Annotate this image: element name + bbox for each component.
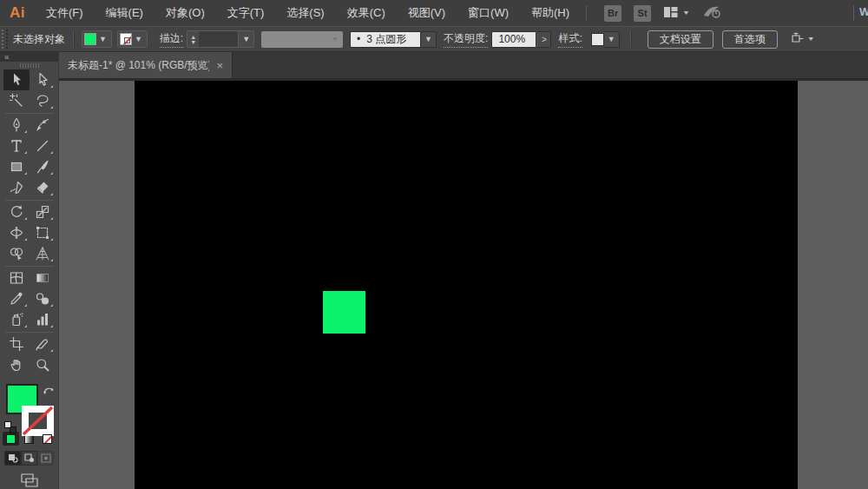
stroke-weight-label[interactable]: 描边: — [160, 31, 183, 48]
stock-button[interactable]: St — [634, 5, 651, 22]
perspective-grid-tool[interactable] — [30, 243, 56, 264]
stroke-color-swatch-none[interactable] — [22, 406, 54, 436]
stepper-up-icon[interactable]: ▲ — [190, 35, 196, 39]
control-bar: 未选择对象 ▼ ▼ 描边: ▲ ▼ ▼ ▼ • 3 点圆形 ▼ 不透明度: > — [0, 26, 868, 52]
menu-bar: Ai 文件(F) 编辑(E) 对象(O) 文字(T) 选择(S) 效果(C) 视… — [0, 0, 868, 26]
chevron-down-icon: ▼ — [96, 35, 109, 43]
tab-close-icon[interactable]: × — [216, 60, 223, 71]
draw-behind-button[interactable] — [21, 451, 37, 466]
draw-normal-button[interactable] — [4, 451, 21, 466]
artboard-tool[interactable] — [3, 334, 30, 354]
brush-definition-dropdown[interactable]: • 3 点圆形 — [350, 31, 421, 48]
menu-file[interactable]: 文件(F) — [35, 0, 95, 26]
lasso-tool[interactable] — [30, 90, 56, 111]
chevron-down-icon: ▼ — [132, 35, 145, 43]
divider — [73, 30, 74, 48]
fill-swatch[interactable] — [84, 33, 96, 45]
stepper-down-icon[interactable]: ▼ — [190, 40, 196, 44]
workspace-switcher[interactable]: ▼ — [663, 6, 690, 21]
scale-tool[interactable] — [30, 202, 56, 222]
fill-color-dropdown[interactable]: ▼ — [82, 30, 112, 48]
brush-definition-chevron[interactable]: ▼ — [421, 31, 437, 48]
menu-view[interactable]: 视图(V) — [397, 0, 457, 26]
menu-object[interactable]: 对象(O) — [155, 0, 216, 26]
width-tool[interactable] — [3, 222, 30, 243]
gradient-tool[interactable] — [30, 268, 56, 288]
selection-status: 未选择对象 — [13, 32, 65, 47]
tools-panel: « — [0, 52, 59, 489]
chevron-down-icon: ▼ — [807, 36, 815, 43]
opacity-field-wrap — [491, 31, 536, 48]
direct-selection-tool[interactable] — [30, 69, 56, 90]
bridge-button[interactable]: Br — [604, 5, 621, 22]
paintbrush-tool[interactable] — [30, 156, 56, 177]
menu-effect[interactable]: 效果(C) — [336, 0, 397, 26]
fill-stroke-control — [0, 382, 58, 428]
app-logo: Ai — [0, 4, 35, 22]
eyedropper-tool[interactable] — [3, 288, 30, 309]
line-segment-tool[interactable] — [30, 135, 56, 156]
stroke-weight-chevron[interactable]: ▼ — [239, 30, 254, 48]
illustrator-window: Ai 文件(F) 编辑(E) 对象(O) 文字(T) 选择(S) 效果(C) 视… — [0, 0, 868, 489]
shape-builder-tool[interactable] — [3, 243, 30, 264]
color-swatch-icon — [6, 434, 16, 444]
column-graph-tool[interactable] — [30, 309, 56, 330]
opacity-more-button[interactable]: > — [536, 31, 551, 48]
divider — [630, 30, 631, 48]
stroke-weight-field[interactable] — [199, 30, 239, 48]
default-fill-stroke-icon[interactable] — [4, 421, 16, 433]
workspace-layout-icon — [663, 6, 679, 21]
menu-type[interactable]: 文字(T) — [216, 0, 276, 26]
document-setup-button[interactable]: 文档设置 — [648, 30, 713, 49]
rectangle-tool[interactable] — [3, 156, 30, 177]
mesh-tool[interactable] — [3, 268, 30, 288]
opacity-label[interactable]: 不透明度: — [444, 31, 488, 48]
toolbar-grip[interactable] — [0, 62, 58, 69]
document-area: 未标题-1* @ 101% (RGB/预览) × — [59, 52, 868, 489]
screen-mode-button[interactable] — [0, 472, 58, 489]
rotate-tool[interactable] — [3, 202, 30, 222]
artboard[interactable] — [135, 81, 798, 489]
shaper-tool[interactable] — [3, 177, 30, 198]
style-swatch[interactable] — [591, 33, 604, 46]
pen-tool[interactable] — [3, 115, 30, 135]
brush-definition-value: 3 点圆形 — [366, 32, 406, 47]
menu-edit[interactable]: 编辑(E) — [95, 0, 155, 26]
toolbar-collapse-button[interactable]: « — [0, 52, 58, 62]
preferences-button[interactable]: 首选项 — [722, 30, 778, 49]
style-chevron[interactable]: ▼ — [604, 31, 620, 48]
selection-tool[interactable] — [3, 69, 30, 90]
curvature-tool[interactable] — [30, 115, 56, 135]
opacity-input[interactable] — [498, 33, 529, 45]
stroke-color-dropdown[interactable]: ▼ — [117, 30, 148, 48]
workspace-name-clipped[interactable]: W — [859, 5, 868, 18]
variable-width-dropdown-disabled: ▼ — [261, 31, 343, 48]
panel-grip[interactable] — [2, 30, 8, 49]
menu-select[interactable]: 选择(S) — [275, 0, 335, 26]
chevron-down-icon: ▼ — [331, 36, 339, 43]
magic-wand-tool[interactable] — [3, 90, 30, 111]
zoom-tool[interactable] — [30, 354, 56, 375]
draw-inside-button[interactable] — [37, 451, 54, 466]
symbol-sprayer-tool[interactable] — [3, 309, 30, 330]
stroke-swatch-none[interactable] — [120, 33, 132, 45]
menu-window[interactable]: 窗口(W) — [457, 0, 520, 26]
chevron-down-icon: ▼ — [682, 10, 690, 17]
drawing-mode-buttons — [0, 451, 58, 466]
swap-fill-stroke-icon[interactable] — [43, 385, 55, 399]
eraser-tool[interactable] — [30, 177, 56, 198]
stroke-weight-stepper[interactable]: ▲ ▼ — [187, 30, 199, 48]
document-tab-bar: 未标题-1* @ 101% (RGB/预览) × — [59, 52, 868, 81]
transform-panel-dropdown[interactable]: ▼ — [790, 32, 815, 47]
cs-live-icon[interactable] — [702, 5, 721, 22]
green-square[interactable] — [323, 291, 365, 334]
document-tab[interactable]: 未标题-1* @ 101% (RGB/预览) × — [59, 52, 233, 78]
menu-help[interactable]: 帮助(H) — [520, 0, 581, 26]
style-label[interactable]: 样式: — [558, 31, 582, 48]
type-tool[interactable] — [3, 135, 30, 156]
hand-tool[interactable] — [3, 354, 30, 375]
slice-tool[interactable] — [30, 334, 56, 354]
blend-tool[interactable] — [30, 288, 56, 309]
canvas-viewport[interactable] — [59, 81, 868, 489]
free-transform-tool[interactable] — [30, 222, 56, 243]
